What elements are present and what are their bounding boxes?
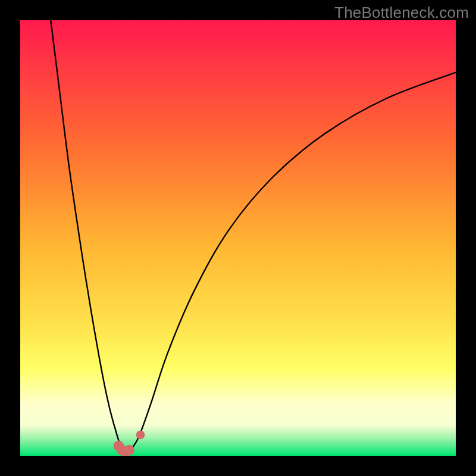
outer-frame: TheBottleneck.com [0,0,476,476]
valley-marker-right [136,431,145,440]
chart-background [20,20,456,456]
valley-marker-mid3 [124,445,134,456]
bottleneck-chart [20,20,456,456]
watermark-label: TheBottleneck.com [334,4,469,22]
